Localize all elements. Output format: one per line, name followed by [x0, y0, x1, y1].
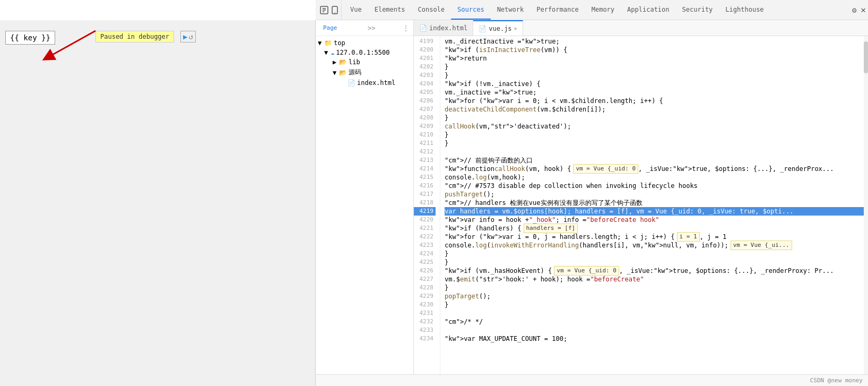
inspect-icon[interactable] — [320, 6, 328, 14]
code-tab-label-vue: vue.js — [489, 25, 511, 32]
folder-icon-source: 📂 — [339, 69, 347, 76]
file-tree-item-index[interactable]: ▶ 📄 index.html — [316, 78, 413, 88]
tree-label-top: top — [334, 39, 345, 47]
sidebar-tabs: Page >> ⋮ — [316, 20, 413, 36]
code-lines: vm._directInactive = "kw">true; "kw">if … — [440, 36, 868, 374]
paused-badge: Paused in debugger — [96, 31, 174, 42]
sidebar-menu[interactable]: ⋮ — [403, 24, 409, 32]
key-badge: {{ key }} — [5, 31, 55, 45]
devtools-tab-bar: Vue Elements Console Sources Network Per… — [316, 0, 868, 20]
file-icon-index: 📄 — [348, 79, 355, 87]
file-tree-item-source[interactable]: ▼ 📂 源码 — [316, 67, 413, 78]
sources-sidebar: Page >> ⋮ ▼ 📁 top ▼ ☁ 127.0.0.1:55 — [316, 20, 414, 374]
svg-point-4 — [334, 12, 335, 13]
devtools-icon-panel[interactable] — [318, 0, 342, 20]
tree-arrow-top: ▼ — [318, 39, 324, 47]
file-tree-item-server[interactable]: ▼ ☁ 127.0.0.1:5500 — [316, 48, 413, 57]
tab-console[interactable]: Console — [411, 0, 451, 20]
folder-icon-lib: 📂 — [339, 58, 347, 66]
file-tree: ▼ 📁 top ▼ ☁ 127.0.0.1:5500 ▶ 📂 lib — [316, 36, 413, 374]
code-content-area[interactable]: 4199420042014202420342044205420642074208… — [414, 36, 868, 374]
tree-label-lib: lib — [349, 58, 360, 66]
close-icon[interactable]: ✕ — [861, 5, 866, 15]
tree-arrow-source: ▼ — [333, 69, 339, 76]
tree-label-index: index.html — [357, 79, 395, 87]
tab-application[interactable]: Application — [621, 0, 675, 20]
tab-sources[interactable]: Sources — [451, 0, 491, 20]
resume-button[interactable]: ▶ ↺ — [180, 31, 196, 42]
status-text: CSDN @new money — [810, 377, 863, 384]
folder-icon-top: 📁 — [324, 39, 332, 47]
code-tabs-bar: 📄 index.html 📄 vue.js ✕ — [414, 20, 868, 36]
tab-elements[interactable]: Elements — [368, 0, 412, 20]
code-tab-label-index: index.html — [429, 24, 467, 32]
tab-memory[interactable]: Memory — [585, 0, 621, 20]
tab-page[interactable]: Page — [320, 23, 341, 32]
file-tree-item-lib[interactable]: ▶ 📂 lib — [316, 57, 413, 67]
file-icon-tab: 📄 — [419, 24, 427, 32]
code-tab-vue[interactable]: 📄 vue.js ✕ — [473, 20, 523, 36]
tree-arrow-lib: ▶ — [333, 58, 339, 66]
cloud-icon: ☁ — [331, 49, 334, 56]
tab-performance[interactable]: Performance — [530, 0, 585, 20]
scrollbar-thumb[interactable] — [864, 41, 868, 73]
close-tab-vue[interactable]: ✕ — [514, 25, 517, 31]
device-icon[interactable] — [331, 6, 339, 14]
status-bar: CSDN @new money — [316, 374, 868, 386]
file-tree-item-top[interactable]: ▼ 📁 top — [316, 38, 413, 48]
tab-security[interactable]: Security — [676, 0, 719, 20]
file-icon-tab-vue: 📄 — [479, 25, 487, 32]
code-tab-index[interactable]: 📄 index.html — [414, 20, 473, 36]
tree-label-source: 源码 — [349, 68, 361, 77]
settings-icon[interactable]: ⚙ — [852, 6, 856, 14]
tree-arrow-server: ▼ — [324, 49, 331, 56]
code-editor: 📄 index.html 📄 vue.js ✕ 4199420042014202… — [414, 20, 868, 374]
tab-network[interactable]: Network — [491, 0, 531, 20]
step-over-icon: ↺ — [188, 32, 193, 41]
tab-lighthouse[interactable]: Lighthouse — [719, 0, 770, 20]
play-icon: ▶ — [183, 32, 187, 41]
more-tabs[interactable]: >> — [368, 24, 375, 32]
scrollbar[interactable] — [864, 36, 868, 374]
tree-label-server: 127.0.0.1:5500 — [336, 49, 389, 56]
line-numbers: 4199420042014202420342044205420642074208… — [414, 36, 440, 374]
tab-vue[interactable]: Vue — [344, 0, 368, 20]
